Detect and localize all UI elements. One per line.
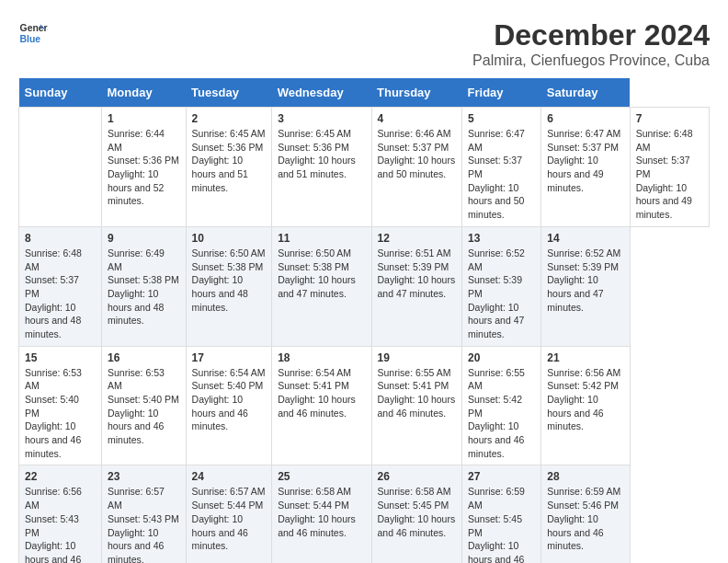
day-content: Sunrise: 6:48 AMSunset: 5:37 PMDaylight:…	[25, 247, 82, 339]
day-cell: 13 Sunrise: 6:52 AMSunset: 5:39 PMDaylig…	[462, 226, 541, 346]
day-number: 11	[278, 232, 365, 245]
day-content: Sunrise: 6:54 AMSunset: 5:40 PMDaylight:…	[192, 367, 266, 432]
svg-text:Blue: Blue	[20, 34, 41, 44]
day-content: Sunrise: 6:46 AMSunset: 5:37 PMDaylight:…	[378, 128, 456, 179]
day-cell: 6 Sunrise: 6:47 AMSunset: 5:37 PMDayligh…	[541, 108, 630, 227]
day-cell: 19 Sunrise: 6:55 AMSunset: 5:41 PMDaylig…	[371, 346, 461, 465]
day-number: 3	[278, 112, 365, 125]
day-number: 15	[25, 351, 96, 364]
day-content: Sunrise: 6:59 AMSunset: 5:46 PMDaylight:…	[547, 486, 620, 551]
day-number: 28	[547, 470, 623, 483]
day-number: 21	[547, 351, 623, 364]
day-content: Sunrise: 6:56 AMSunset: 5:42 PMDaylight:…	[547, 367, 620, 432]
day-content: Sunrise: 6:53 AMSunset: 5:40 PMDaylight:…	[108, 367, 179, 445]
day-number: 18	[278, 351, 365, 364]
day-number: 14	[547, 232, 623, 245]
day-number: 7	[636, 112, 703, 125]
day-content: Sunrise: 6:57 AMSunset: 5:43 PMDaylight:…	[108, 486, 179, 563]
day-number: 1	[108, 112, 180, 125]
column-header-friday: Friday	[462, 78, 541, 108]
header-section: General Blue December 2024 Palmira, Cien…	[18, 18, 710, 69]
day-cell: 17 Sunrise: 6:54 AMSunset: 5:40 PMDaylig…	[186, 346, 272, 465]
day-number: 5	[468, 112, 535, 125]
day-content: Sunrise: 6:54 AMSunset: 5:41 PMDaylight:…	[278, 367, 356, 419]
calendar-table: SundayMondayTuesdayWednesdayThursdayFrid…	[18, 78, 710, 563]
column-header-sunday: Sunday	[19, 78, 102, 108]
day-content: Sunrise: 6:58 AMSunset: 5:45 PMDaylight:…	[378, 486, 456, 537]
day-number: 10	[192, 232, 267, 245]
day-number: 20	[468, 351, 535, 364]
day-cell: 25 Sunrise: 6:58 AMSunset: 5:44 PMDaylig…	[272, 465, 371, 563]
day-number: 13	[468, 232, 535, 245]
day-content: Sunrise: 6:48 AMSunset: 5:37 PMDaylight:…	[636, 128, 693, 220]
day-cell: 18 Sunrise: 6:54 AMSunset: 5:41 PMDaylig…	[272, 346, 371, 465]
column-header-wednesday: Wednesday	[272, 78, 371, 108]
day-cell: 12 Sunrise: 6:51 AMSunset: 5:39 PMDaylig…	[371, 226, 461, 346]
day-content: Sunrise: 6:52 AMSunset: 5:39 PMDaylight:…	[468, 247, 525, 339]
day-cell: 14 Sunrise: 6:52 AMSunset: 5:39 PMDaylig…	[541, 226, 630, 346]
column-header-monday: Monday	[102, 78, 187, 108]
week-row-3: 15 Sunrise: 6:53 AMSunset: 5:40 PMDaylig…	[19, 346, 710, 465]
day-content: Sunrise: 6:49 AMSunset: 5:38 PMDaylight:…	[108, 247, 179, 326]
day-cell: 15 Sunrise: 6:53 AMSunset: 5:40 PMDaylig…	[19, 346, 102, 465]
day-number: 2	[192, 112, 267, 125]
day-cell: 22 Sunrise: 6:56 AMSunset: 5:43 PMDaylig…	[19, 465, 102, 563]
day-number: 25	[278, 470, 365, 483]
subtitle: Palmira, Cienfuegos Province, Cuba	[472, 52, 710, 69]
week-row-2: 8 Sunrise: 6:48 AMSunset: 5:37 PMDayligh…	[19, 226, 710, 346]
day-content: Sunrise: 6:56 AMSunset: 5:43 PMDaylight:…	[25, 486, 82, 563]
day-content: Sunrise: 6:59 AMSunset: 5:45 PMDaylight:…	[468, 486, 525, 563]
day-cell: 24 Sunrise: 6:57 AMSunset: 5:44 PMDaylig…	[186, 465, 272, 563]
day-cell: 9 Sunrise: 6:49 AMSunset: 5:38 PMDayligh…	[102, 226, 187, 346]
day-cell: 10 Sunrise: 6:50 AMSunset: 5:38 PMDaylig…	[186, 226, 272, 346]
day-content: Sunrise: 6:51 AMSunset: 5:39 PMDaylight:…	[378, 247, 456, 299]
day-number: 9	[108, 232, 180, 245]
day-content: Sunrise: 6:50 AMSunset: 5:38 PMDaylight:…	[278, 247, 356, 299]
day-content: Sunrise: 6:45 AMSunset: 5:36 PMDaylight:…	[192, 128, 266, 193]
day-cell: 16 Sunrise: 6:53 AMSunset: 5:40 PMDaylig…	[102, 346, 187, 465]
day-content: Sunrise: 6:47 AMSunset: 5:37 PMDaylight:…	[468, 128, 525, 220]
day-content: Sunrise: 6:50 AMSunset: 5:38 PMDaylight:…	[192, 247, 266, 313]
main-title: December 2024	[472, 18, 710, 52]
day-number: 27	[468, 470, 535, 483]
day-number: 22	[25, 470, 96, 483]
day-cell: 4 Sunrise: 6:46 AMSunset: 5:37 PMDayligh…	[371, 108, 461, 227]
day-content: Sunrise: 6:55 AMSunset: 5:42 PMDaylight:…	[468, 367, 525, 459]
week-row-4: 22 Sunrise: 6:56 AMSunset: 5:43 PMDaylig…	[19, 465, 710, 563]
title-block: December 2024 Palmira, Cienfuegos Provin…	[472, 18, 710, 69]
day-cell: 1 Sunrise: 6:44 AMSunset: 5:36 PMDayligh…	[102, 108, 187, 227]
day-number: 16	[108, 351, 180, 364]
logo: General Blue	[18, 18, 48, 48]
day-content: Sunrise: 6:45 AMSunset: 5:36 PMDaylight:…	[278, 128, 356, 179]
day-number: 4	[378, 112, 456, 125]
day-content: Sunrise: 6:52 AMSunset: 5:39 PMDaylight:…	[547, 247, 620, 313]
day-number: 8	[25, 232, 96, 245]
day-number: 19	[378, 351, 456, 364]
day-content: Sunrise: 6:53 AMSunset: 5:40 PMDaylight:…	[25, 367, 82, 459]
day-content: Sunrise: 6:44 AMSunset: 5:36 PMDaylight:…	[108, 128, 179, 206]
day-number: 6	[547, 112, 623, 125]
day-content: Sunrise: 6:57 AMSunset: 5:44 PMDaylight:…	[192, 486, 266, 551]
day-number: 26	[378, 470, 456, 483]
day-cell: 7 Sunrise: 6:48 AMSunset: 5:37 PMDayligh…	[630, 108, 709, 227]
column-header-tuesday: Tuesday	[186, 78, 272, 108]
logo-icon: General Blue	[18, 18, 48, 48]
day-cell: 5 Sunrise: 6:47 AMSunset: 5:37 PMDayligh…	[462, 108, 541, 227]
day-cell: 3 Sunrise: 6:45 AMSunset: 5:36 PMDayligh…	[272, 108, 371, 227]
day-cell: 27 Sunrise: 6:59 AMSunset: 5:45 PMDaylig…	[462, 465, 541, 563]
column-header-thursday: Thursday	[371, 78, 461, 108]
day-content: Sunrise: 6:58 AMSunset: 5:44 PMDaylight:…	[278, 486, 356, 537]
day-number: 24	[192, 470, 267, 483]
day-number: 17	[192, 351, 267, 364]
header-row: SundayMondayTuesdayWednesdayThursdayFrid…	[19, 78, 710, 108]
day-cell: 8 Sunrise: 6:48 AMSunset: 5:37 PMDayligh…	[19, 226, 102, 346]
day-cell: 2 Sunrise: 6:45 AMSunset: 5:36 PMDayligh…	[186, 108, 272, 227]
week-row-1: 1 Sunrise: 6:44 AMSunset: 5:36 PMDayligh…	[19, 108, 710, 227]
day-cell: 20 Sunrise: 6:55 AMSunset: 5:42 PMDaylig…	[462, 346, 541, 465]
day-cell: 11 Sunrise: 6:50 AMSunset: 5:38 PMDaylig…	[272, 226, 371, 346]
day-cell: 28 Sunrise: 6:59 AMSunset: 5:46 PMDaylig…	[541, 465, 630, 563]
day-cell: 26 Sunrise: 6:58 AMSunset: 5:45 PMDaylig…	[371, 465, 461, 563]
day-number: 23	[108, 470, 180, 483]
day-content: Sunrise: 6:55 AMSunset: 5:41 PMDaylight:…	[378, 367, 456, 419]
day-number: 12	[378, 232, 456, 245]
